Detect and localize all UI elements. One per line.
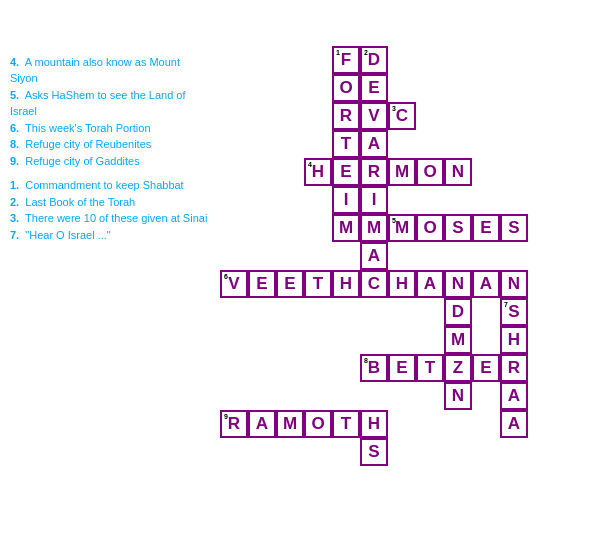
down-clue: 1. Commandment to keep Shabbat <box>10 177 210 194</box>
cell-letter: V <box>368 106 379 126</box>
cell-letter: E <box>396 358 407 378</box>
crossword-cell: T <box>304 270 332 298</box>
cell-letter: O <box>311 414 324 434</box>
down-clue: 2. Last Book of the Torah <box>10 194 210 211</box>
title <box>0 0 600 42</box>
crossword-cell: E <box>360 74 388 102</box>
crossword-cell: O <box>416 214 444 242</box>
across-clue: 9. Refuge city of Gaddites <box>10 153 210 170</box>
cell-letter: S <box>508 302 519 322</box>
crossword-cell: S <box>444 214 472 242</box>
cell-number-label: 6 <box>224 273 228 280</box>
across-clues: 4. A mountain also know as Mount Siyon5.… <box>10 54 210 170</box>
crossword-cell: O <box>332 74 360 102</box>
crossword-cell: C <box>360 270 388 298</box>
cell-letter: N <box>452 386 464 406</box>
cell-number-label: 8 <box>364 357 368 364</box>
cell-letter: S <box>452 218 463 238</box>
cell-letter: E <box>284 274 295 294</box>
crossword-cell: O <box>304 410 332 438</box>
cell-letter: S <box>508 218 519 238</box>
across-clue: 8. Refuge city of Reubenites <box>10 136 210 153</box>
cell-number-label: 5 <box>392 217 396 224</box>
cell-letter: D <box>368 50 380 70</box>
cell-letter: I <box>344 190 349 210</box>
crossword-cell: 4H <box>304 158 332 186</box>
clues-section: 4. A mountain also know as Mount Siyon5.… <box>10 46 210 506</box>
crossword-cell: 1F <box>332 46 360 74</box>
cell-letter: T <box>341 134 351 154</box>
crossword-cell: 5M <box>388 214 416 242</box>
crossword-grid: 1FORTHIM2DEVARIMA3CM4HERMON5MOSES6VEETHC… <box>220 46 600 506</box>
cell-letter: D <box>452 302 464 322</box>
crossword-cell: Z <box>444 354 472 382</box>
cell-letter: A <box>508 386 520 406</box>
crossword-cell: E <box>332 158 360 186</box>
crossword-cell: E <box>472 214 500 242</box>
across-clue: 6. This week's Torah Portion <box>10 120 210 137</box>
crossword-cell: H <box>500 326 528 354</box>
crossword-cell: M <box>360 214 388 242</box>
cell-letter: A <box>368 134 380 154</box>
down-clue: 7. "Hear O Israel ..." <box>10 227 210 244</box>
crossword-cell: D <box>444 298 472 326</box>
cell-letter: H <box>508 330 520 350</box>
cell-number-label: 1 <box>336 49 340 56</box>
crossword-cell: 6V <box>220 270 248 298</box>
crossword-cell: N <box>444 270 472 298</box>
crossword-cell: N <box>444 158 472 186</box>
cell-letter: E <box>480 358 491 378</box>
cell-letter: O <box>423 162 436 182</box>
cell-letter: F <box>341 50 351 70</box>
cell-letter: M <box>339 218 353 238</box>
cell-letter: H <box>368 414 380 434</box>
crossword-cell: V <box>360 102 388 130</box>
cell-letter: H <box>396 274 408 294</box>
crossword-cell: E <box>276 270 304 298</box>
cell-letter: V <box>228 274 239 294</box>
crossword-cell: M <box>276 410 304 438</box>
crossword-cell: O <box>416 158 444 186</box>
cell-letter: N <box>452 274 464 294</box>
puzzle-area: 1FORTHIM2DEVARIMA3CM4HERMON5MOSES6VEETHC… <box>220 46 600 506</box>
cell-letter: M <box>367 218 381 238</box>
cell-letter: R <box>368 162 380 182</box>
down-clue: 3. There were 10 of these given at Sinai <box>10 210 210 227</box>
crossword-cell: T <box>332 410 360 438</box>
cell-letter: H <box>312 162 324 182</box>
crossword-cell: A <box>500 382 528 410</box>
cell-letter: C <box>396 106 408 126</box>
crossword-cell: A <box>472 270 500 298</box>
cell-letter: T <box>425 358 435 378</box>
crossword-cell: M <box>444 326 472 354</box>
cell-letter: S <box>368 442 379 462</box>
cell-letter: E <box>256 274 267 294</box>
cell-letter: M <box>451 330 465 350</box>
cell-letter: B <box>368 358 380 378</box>
cell-letter: H <box>340 274 352 294</box>
crossword-cell: 8B <box>360 354 388 382</box>
crossword-cell: E <box>248 270 276 298</box>
cell-letter: O <box>423 218 436 238</box>
cell-letter: O <box>339 78 352 98</box>
down-clues: 1. Commandment to keep Shabbat2. Last Bo… <box>10 177 210 243</box>
cell-letter: T <box>341 414 351 434</box>
crossword-cell: R <box>332 102 360 130</box>
cell-letter: R <box>508 358 520 378</box>
crossword-cell: T <box>332 130 360 158</box>
crossword-cell: T <box>416 354 444 382</box>
cell-letter: E <box>368 78 379 98</box>
crossword-cell: A <box>248 410 276 438</box>
cell-letter: M <box>283 414 297 434</box>
crossword-cell: A <box>500 410 528 438</box>
crossword-cell: E <box>388 354 416 382</box>
cell-letter: M <box>395 218 409 238</box>
cell-letter: Z <box>453 358 463 378</box>
cell-letter: E <box>340 162 351 182</box>
crossword-cell: M <box>332 214 360 242</box>
cell-letter: A <box>508 414 520 434</box>
cell-letter: N <box>452 162 464 182</box>
crossword-cell: S <box>360 438 388 466</box>
crossword-cell: M <box>388 158 416 186</box>
crossword-cell: H <box>332 270 360 298</box>
